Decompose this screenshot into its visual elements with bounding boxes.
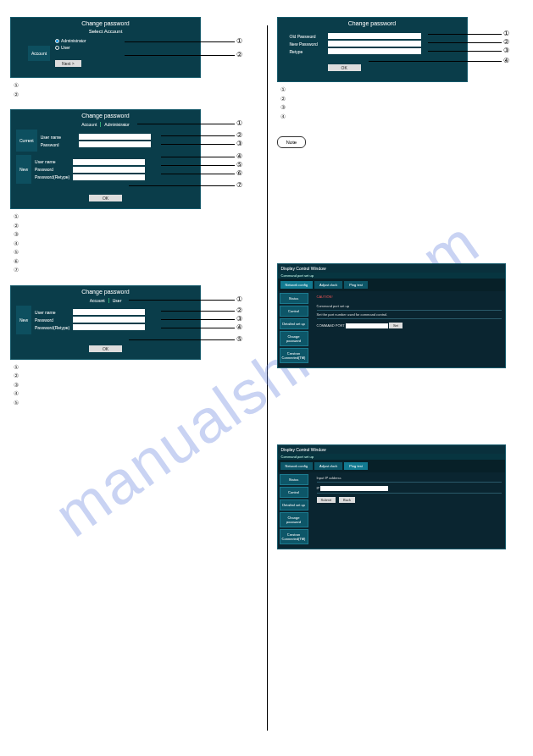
legend-list-2: ①②③④⑤⑥⑦ bbox=[14, 212, 257, 275]
account-label: Account bbox=[28, 46, 50, 61]
back-button[interactable]: Back bbox=[339, 497, 355, 503]
note-box: Note bbox=[277, 136, 307, 148]
side-nav: Status Control Detailed set up Change pa… bbox=[278, 472, 310, 546]
password-retype-label: Password(Retype) bbox=[35, 325, 73, 330]
window-title: Display Control Window bbox=[278, 445, 505, 454]
command-port-input[interactable] bbox=[346, 323, 388, 328]
content-text: Set the port number used for command con… bbox=[317, 312, 502, 317]
password-label: Password bbox=[35, 167, 73, 172]
tab-network-config[interactable]: Network config bbox=[280, 281, 313, 289]
command-port-label: COMMAND PORT bbox=[317, 323, 345, 328]
control-window-2: Display Control Window Command port set … bbox=[277, 444, 506, 549]
legend-list-4: ①②③④ bbox=[280, 86, 524, 121]
right-column: Change password Old Password New Passwor… bbox=[267, 0, 534, 756]
tab-bar: Network config Adjust clock Ping test bbox=[278, 279, 505, 291]
current-section: Current bbox=[16, 130, 37, 152]
old-password-input[interactable] bbox=[328, 33, 421, 39]
side-status[interactable]: Status bbox=[280, 474, 308, 485]
new-password-retype-input[interactable] bbox=[73, 324, 145, 330]
panel-change-password-simple: Change password Old Password New Passwor… bbox=[277, 17, 468, 82]
username-label: User name bbox=[41, 135, 79, 140]
panel-change-password-user: Change password Account User New User na… bbox=[10, 285, 201, 360]
panel-select-account: Change password Select Account Account A… bbox=[10, 17, 201, 78]
next-button[interactable]: Next > bbox=[55, 60, 81, 67]
ip-label: Input IP address bbox=[317, 476, 502, 480]
tab-bar: Network config Adjust clock Ping test bbox=[278, 460, 505, 472]
password-retype-label: Password(Retype) bbox=[35, 174, 73, 179]
account-value: Administrator bbox=[100, 122, 129, 127]
side-crestron[interactable]: Crestron Connected(TM) bbox=[280, 529, 308, 544]
tab-adjust-clock[interactable]: Adjust clock bbox=[314, 281, 342, 289]
password-label: Password bbox=[35, 317, 73, 323]
tab-network-config[interactable]: Network config bbox=[280, 462, 313, 470]
panel-title: Change password bbox=[11, 110, 200, 121]
ip-short-label: IP bbox=[317, 486, 320, 490]
username-label: User name bbox=[35, 310, 73, 315]
new-section: New bbox=[16, 306, 31, 334]
side-change-password[interactable]: Change password bbox=[280, 331, 308, 346]
side-detailed[interactable]: Detailed set up bbox=[280, 318, 308, 329]
username-label: User name bbox=[35, 159, 73, 164]
panel-title: Change password bbox=[11, 18, 200, 29]
account-value: User bbox=[108, 298, 122, 303]
tab-ping-test[interactable]: Ping test bbox=[344, 462, 368, 470]
new-username-input[interactable] bbox=[73, 309, 145, 315]
window-title: Display Control Window bbox=[278, 264, 505, 273]
caution-text: CAUTION! bbox=[317, 295, 502, 299]
new-password-retype-input[interactable] bbox=[73, 174, 145, 180]
new-password-label: New Password bbox=[290, 41, 328, 47]
account-label: Account bbox=[81, 122, 97, 127]
password-label: Password bbox=[41, 142, 79, 147]
radio-administrator[interactable]: Administrator bbox=[55, 37, 183, 44]
radio-user[interactable]: User bbox=[55, 44, 183, 51]
submit-button[interactable]: Submit bbox=[317, 497, 336, 503]
callout-1: ① bbox=[236, 37, 242, 45]
tab-ping-test[interactable]: Ping test bbox=[344, 281, 368, 289]
control-window-1: Display Control Window Command port set … bbox=[277, 263, 506, 368]
set-button[interactable]: Set bbox=[389, 323, 403, 328]
tab-adjust-clock[interactable]: Adjust clock bbox=[314, 462, 342, 470]
side-status[interactable]: Status bbox=[280, 293, 308, 304]
ok-button[interactable]: OK bbox=[89, 195, 122, 201]
new-password-input[interactable] bbox=[73, 167, 145, 173]
callout-2: ② bbox=[236, 51, 242, 58]
side-control[interactable]: Control bbox=[280, 487, 308, 498]
ip-input[interactable] bbox=[320, 486, 388, 491]
legend-list-1: ① ② bbox=[14, 81, 257, 99]
side-nav: Status Control Detailed set up Change pa… bbox=[278, 291, 310, 365]
side-change-password[interactable]: Change password bbox=[280, 512, 308, 527]
retype-label: Retype bbox=[290, 49, 328, 54]
new-password-input[interactable] bbox=[73, 317, 145, 323]
account-label: Account bbox=[90, 298, 105, 303]
window-subtitle: Command port set up bbox=[278, 454, 505, 460]
side-control[interactable]: Control bbox=[280, 306, 308, 317]
ok-button[interactable]: OK bbox=[89, 345, 122, 352]
old-password-label: Old Password bbox=[290, 34, 328, 39]
retype-input[interactable] bbox=[328, 48, 421, 54]
new-section: New bbox=[16, 155, 31, 184]
legend-list-3: ①②③④⑤ bbox=[14, 363, 257, 408]
panel-title: Change password bbox=[11, 286, 200, 297]
current-password-input[interactable] bbox=[79, 141, 151, 147]
window-subtitle: Command port set up bbox=[278, 273, 505, 279]
content-heading: Command port set up bbox=[317, 304, 502, 308]
side-detailed[interactable]: Detailed set up bbox=[280, 499, 308, 510]
new-password-input[interactable] bbox=[328, 41, 421, 47]
left-column: Change password Select Account Account A… bbox=[0, 0, 267, 756]
side-crestron[interactable]: Crestron Connected(TM) bbox=[280, 348, 308, 363]
current-username-input[interactable] bbox=[79, 134, 151, 140]
panel-title: Change password bbox=[278, 18, 467, 29]
new-username-input[interactable] bbox=[73, 159, 145, 165]
ok-button[interactable]: OK bbox=[328, 64, 361, 71]
